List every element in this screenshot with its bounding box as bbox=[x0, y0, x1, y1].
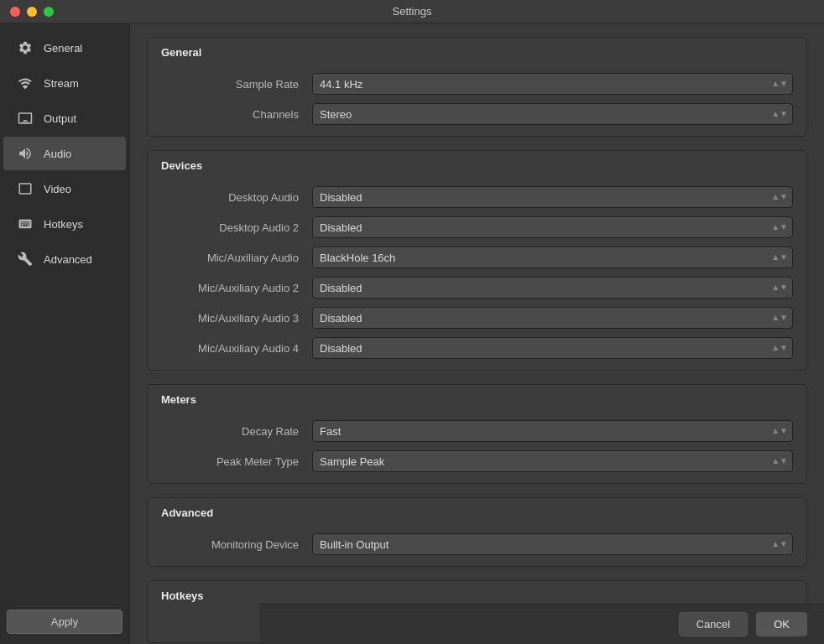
peak-meter-row: Peak Meter Type Sample Peak True Peak ▲▼ bbox=[148, 446, 806, 476]
meters-section-header: Meters bbox=[148, 385, 806, 413]
advanced-icon bbox=[17, 251, 34, 267]
output-icon bbox=[17, 110, 34, 127]
pink-arrow-2 bbox=[806, 527, 807, 561]
main-container: General Stream Output bbox=[0, 23, 824, 644]
apply-button[interactable]: Apply bbox=[7, 610, 123, 634]
desktop-audio-select[interactable]: Disabled bbox=[312, 186, 793, 208]
channels-row: Channels Stereo Mono ▲▼ bbox=[148, 99, 806, 129]
mic-aux-row: Mic/Auxiliary Audio BlackHole 16ch Disab… bbox=[148, 242, 806, 273]
mic-aux2-select[interactable]: Disabled bbox=[312, 277, 793, 299]
mic-aux-label: Mic/Auxiliary Audio bbox=[161, 252, 312, 264]
sidebar-video-label: Video bbox=[44, 183, 71, 195]
decay-rate-control: Fast Medium Slow ▲▼ bbox=[312, 420, 793, 442]
mic-aux-control: BlackHole 16ch Disabled ▲▼ bbox=[312, 247, 793, 268]
sidebar-bottom: Apply bbox=[0, 600, 129, 644]
sidebar: General Stream Output bbox=[0, 23, 130, 644]
monitoring-device-row: Monitoring Device Built-in Output BlackH… bbox=[148, 529, 806, 559]
gear-icon bbox=[17, 39, 34, 56]
mic-aux3-row: Mic/Auxiliary Audio 3 Disabled ▲▼ bbox=[148, 303, 806, 333]
general-section: General Sample Rate 44.1 kHz 48 kHz 96 k… bbox=[147, 37, 807, 137]
content-area[interactable]: General Sample Rate 44.1 kHz 48 kHz 96 k… bbox=[130, 23, 824, 644]
sidebar-item-output[interactable]: Output bbox=[3, 101, 126, 135]
channels-control: Stereo Mono ▲▼ bbox=[312, 103, 793, 125]
channels-label: Channels bbox=[161, 108, 312, 121]
desktop-audio2-select[interactable]: Disabled bbox=[312, 216, 793, 238]
bottom-bar: Cancel OK bbox=[260, 604, 824, 644]
mic-aux3-label: Mic/Auxiliary Audio 3 bbox=[161, 312, 312, 325]
mic-aux4-row: Mic/Auxiliary Audio 4 Disabled ▲▼ bbox=[148, 333, 806, 363]
advanced-section: Advanced Monitoring Device Built-in Outp… bbox=[147, 497, 807, 567]
cancel-button[interactable]: Cancel bbox=[679, 612, 748, 636]
pink-arrow-1 bbox=[806, 241, 807, 274]
devices-section: Devices Desktop Audio Disabled ▲▼ Deskto… bbox=[147, 150, 807, 371]
sample-rate-control: 44.1 kHz 48 kHz 96 kHz ▲▼ bbox=[312, 73, 793, 95]
desktop-audio2-control: Disabled ▲▼ bbox=[312, 216, 793, 238]
meters-section-body: Decay Rate Fast Medium Slow ▲▼ Peak Mete… bbox=[148, 413, 806, 483]
sidebar-item-hotkeys[interactable]: Hotkeys bbox=[3, 207, 126, 241]
sidebar-stream-label: Stream bbox=[44, 77, 79, 90]
sidebar-hotkeys-label: Hotkeys bbox=[44, 218, 83, 231]
mic-aux2-control: Disabled ▲▼ bbox=[312, 277, 793, 299]
content-wrapper: General Sample Rate 44.1 kHz 48 kHz 96 k… bbox=[130, 23, 824, 644]
desktop-audio-label: Desktop Audio bbox=[161, 191, 312, 204]
sidebar-advanced-label: Advanced bbox=[44, 253, 92, 266]
desktop-audio2-label: Desktop Audio 2 bbox=[161, 221, 312, 234]
mic-aux-select[interactable]: BlackHole 16ch Disabled bbox=[312, 247, 793, 268]
window-title: Settings bbox=[393, 5, 432, 18]
sample-rate-label: Sample Rate bbox=[161, 78, 312, 91]
general-section-header: General bbox=[148, 38, 806, 65]
advanced-section-body: Monitoring Device Built-in Output BlackH… bbox=[148, 526, 806, 566]
general-section-body: Sample Rate 44.1 kHz 48 kHz 96 kHz ▲▼ Ch… bbox=[148, 65, 806, 136]
mic-aux2-row: Mic/Auxiliary Audio 2 Disabled ▲▼ bbox=[148, 273, 806, 303]
stream-icon bbox=[17, 75, 34, 91]
decay-rate-row: Decay Rate Fast Medium Slow ▲▼ bbox=[148, 416, 806, 446]
desktop-audio2-row: Desktop Audio 2 Disabled ▲▼ bbox=[148, 212, 806, 242]
monitoring-device-select[interactable]: Built-in Output BlackHole 16ch bbox=[312, 533, 793, 555]
sidebar-item-video[interactable]: Video bbox=[3, 172, 126, 205]
monitoring-device-control: Built-in Output BlackHole 16ch ▲▼ bbox=[312, 533, 793, 555]
peak-meter-control: Sample Peak True Peak ▲▼ bbox=[312, 450, 793, 472]
ok-button[interactable]: OK bbox=[756, 612, 807, 636]
sample-rate-row: Sample Rate 44.1 kHz 48 kHz 96 kHz ▲▼ bbox=[148, 69, 806, 99]
peak-meter-select[interactable]: Sample Peak True Peak bbox=[312, 450, 793, 472]
window-controls bbox=[10, 7, 54, 17]
maximize-button[interactable] bbox=[44, 7, 54, 17]
sidebar-item-general[interactable]: General bbox=[3, 31, 126, 65]
decay-rate-label: Decay Rate bbox=[161, 425, 312, 438]
meters-section: Meters Decay Rate Fast Medium Slow ▲▼ bbox=[147, 384, 807, 484]
video-icon bbox=[17, 180, 34, 197]
mic-aux3-select[interactable]: Disabled bbox=[312, 307, 793, 329]
devices-section-header: Devices bbox=[148, 151, 806, 179]
titlebar: Settings bbox=[0, 0, 824, 23]
peak-meter-label: Peak Meter Type bbox=[161, 455, 312, 468]
desktop-audio-row: Desktop Audio Disabled ▲▼ bbox=[148, 182, 806, 212]
monitoring-device-label: Monitoring Device bbox=[161, 538, 312, 551]
channels-select[interactable]: Stereo Mono bbox=[312, 103, 793, 125]
close-button[interactable] bbox=[10, 7, 20, 17]
devices-section-body: Desktop Audio Disabled ▲▼ Desktop Audio … bbox=[148, 179, 806, 370]
mic-aux4-label: Mic/Auxiliary Audio 4 bbox=[161, 342, 312, 355]
hotkeys-icon bbox=[17, 216, 34, 232]
sidebar-item-audio[interactable]: Audio bbox=[3, 137, 126, 170]
audio-icon bbox=[17, 145, 34, 162]
minimize-button[interactable] bbox=[27, 7, 37, 17]
desktop-audio-control: Disabled ▲▼ bbox=[312, 186, 793, 208]
sidebar-output-label: Output bbox=[44, 112, 76, 125]
mic-aux4-select[interactable]: Disabled bbox=[312, 337, 793, 359]
mic-aux2-label: Mic/Auxiliary Audio 2 bbox=[161, 282, 312, 294]
mic-aux4-control: Disabled ▲▼ bbox=[312, 337, 793, 359]
svg-rect-0 bbox=[23, 120, 28, 122]
svg-rect-1 bbox=[22, 122, 29, 123]
sidebar-item-stream[interactable]: Stream bbox=[3, 66, 126, 100]
decay-rate-select[interactable]: Fast Medium Slow bbox=[312, 420, 793, 442]
advanced-section-header: Advanced bbox=[148, 498, 806, 526]
mic-aux3-control: Disabled ▲▼ bbox=[312, 307, 793, 329]
sidebar-item-advanced[interactable]: Advanced bbox=[3, 242, 126, 276]
sidebar-general-label: General bbox=[44, 42, 82, 55]
sample-rate-select[interactable]: 44.1 kHz 48 kHz 96 kHz bbox=[312, 73, 793, 95]
sidebar-audio-label: Audio bbox=[44, 148, 71, 160]
